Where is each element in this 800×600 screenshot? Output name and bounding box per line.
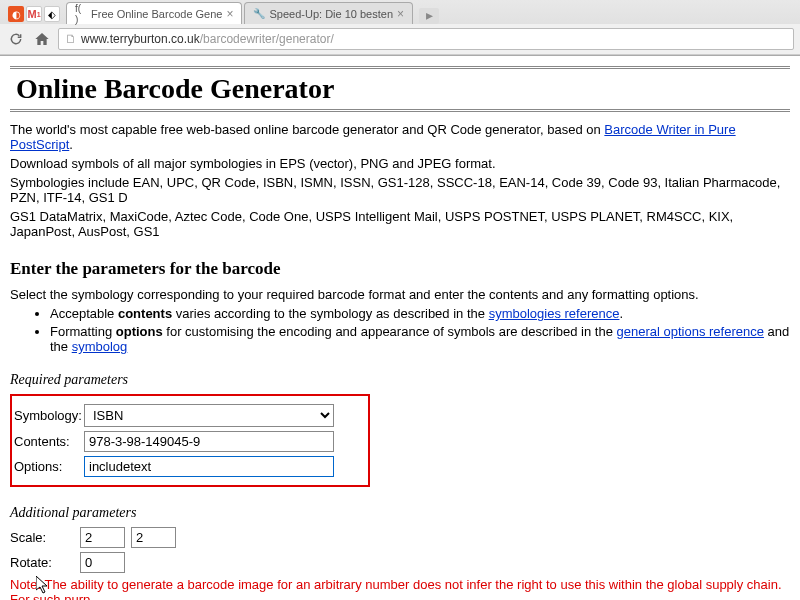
intro-pre: The world's most capable free web-based … (10, 122, 604, 137)
additional-parameters-label: Additional parameters (10, 505, 790, 521)
bullet-contents: Acceptable contents varies according to … (50, 306, 790, 321)
symbology-options-link[interactable]: symbolog (72, 339, 128, 354)
contents-label: Contents: (14, 434, 84, 449)
symbologies-line2: GS1 DataMatrix, MaxiCode, Aztec Code, Co… (10, 209, 790, 239)
ubuntu-icon[interactable]: ◐ (8, 6, 24, 22)
scale-x-input[interactable] (80, 527, 125, 548)
page-icon: 🗋 (65, 32, 77, 46)
reload-icon (9, 32, 23, 46)
close-icon[interactable]: × (226, 7, 233, 21)
bullet-options: Formatting options for customising the e… (50, 324, 790, 354)
page-title: Online Barcode Generator (10, 66, 790, 112)
b1-post: . (619, 306, 623, 321)
close-icon[interactable]: × (397, 7, 404, 21)
rotate-label: Rotate: (10, 555, 80, 570)
b2-mid: for customising the encoding and appeara… (163, 324, 617, 339)
tab-favicon: f( ) (75, 8, 87, 20)
required-parameters-label: Required parameters (10, 372, 790, 388)
scale-y-input[interactable] (131, 527, 176, 548)
gmail-icon[interactable]: M1 (26, 6, 42, 22)
scale-label: Scale: (10, 530, 80, 545)
general-options-reference-link[interactable]: general options reference (617, 324, 764, 339)
home-icon (34, 31, 50, 47)
intro-text: The world's most capable free web-based … (10, 122, 790, 152)
url-bar[interactable]: 🗋 www.terryburton.co.uk/barcodewriter/ge… (58, 28, 794, 50)
supply-chain-note: Note: The ability to generate a barcode … (10, 577, 790, 600)
tab-favicon: 🔧 (253, 8, 265, 20)
b2-bold: options (116, 324, 163, 339)
symbologies-line1: Symbologies include EAN, UPC, QR Code, I… (10, 175, 790, 205)
b1-mid: varies according to the symbology as des… (172, 306, 489, 321)
download-line: Download symbols of all major symbologie… (10, 156, 790, 171)
options-label: Options: (14, 459, 84, 474)
symbologies-reference-link[interactable]: symbologies reference (489, 306, 620, 321)
home-button[interactable] (32, 29, 52, 49)
intro-post: . (69, 137, 73, 152)
tab-title: Speed-Up: Die 10 besten (269, 8, 393, 20)
tab-strip: ◐ M1 ⬖ f( ) Free Online Barcode Gene × 🔧… (0, 0, 800, 24)
required-box-highlight: Symbology: ISBN Contents: Options: (10, 394, 370, 487)
options-input[interactable] (84, 456, 334, 477)
rotate-input[interactable] (80, 552, 125, 573)
b1-bold: contents (118, 306, 172, 321)
symbology-select[interactable]: ISBN (84, 404, 334, 427)
app-icon[interactable]: ⬖ (44, 6, 60, 22)
reload-button[interactable] (6, 29, 26, 49)
enter-params-heading: Enter the parameters for the barcode (10, 259, 790, 279)
url-host: www.terryburton.co.uk (81, 32, 200, 46)
contents-input[interactable] (84, 431, 334, 452)
url-path: /barcodewriter/generator/ (200, 32, 334, 46)
b2-pre: Formatting (50, 324, 116, 339)
symbology-label: Symbology: (14, 408, 84, 423)
tab-title: Free Online Barcode Gene (91, 8, 222, 20)
tab-speedup[interactable]: 🔧 Speed-Up: Die 10 besten × (244, 2, 413, 24)
tab-barcode[interactable]: f( ) Free Online Barcode Gene × (66, 2, 242, 24)
b1-pre: Acceptable (50, 306, 118, 321)
select-instruction: Select the symbology corresponding to yo… (10, 287, 790, 302)
new-tab-button[interactable]: ▸ (419, 8, 439, 24)
